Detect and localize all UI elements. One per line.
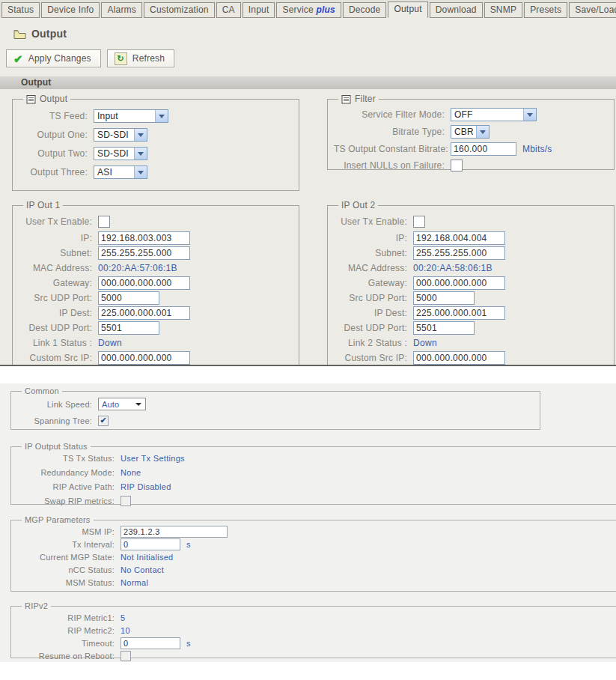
msm-ip-input[interactable]: [121, 526, 228, 538]
toolbar: ✔ Apply Changes ↻ Refresh: [6, 49, 616, 67]
timeout-input[interactable]: [121, 637, 180, 649]
tab-input[interactable]: Input: [243, 2, 275, 18]
tab-bar: Status Device Info Alarms Customization …: [0, 0, 616, 18]
ip2-user-tx-enable-label: User Tx Enable:: [334, 216, 413, 227]
rip-active-path-value: RIP Disabled: [121, 482, 171, 491]
current-mgp-state-value: Not Initialised: [121, 553, 174, 562]
tab-ca[interactable]: CA: [216, 2, 241, 18]
section-bar: Output: [0, 76, 616, 89]
msm-status-value: Normal: [121, 578, 148, 587]
ip2-gateway-input[interactable]: [413, 276, 505, 290]
ip1-ip-dest-label: IP Dest:: [19, 308, 98, 318]
swap-rip-metrics-checkbox[interactable]: [121, 496, 131, 506]
bitrate-unit-label: Mbits/s: [522, 144, 552, 154]
ip-out-1-fieldset: IP Out 1 User Tx Enable: IP: Subnet:: [12, 200, 299, 365]
tx-interval-input[interactable]: [121, 538, 180, 550]
ip1-src-udp-port-label: Src UDP Port:: [19, 293, 98, 303]
apply-changes-button[interactable]: ✔ Apply Changes: [6, 49, 101, 67]
ip2-dest-udp-port-input[interactable]: [413, 321, 475, 335]
rip-metric2-value: 10: [121, 626, 130, 635]
output-fieldset-legend: Output: [40, 94, 67, 104]
ip2-subnet-label: Subnet:: [334, 248, 413, 258]
ripv2-legend: RIPv2: [25, 601, 48, 610]
swap-rip-metrics-label: Swap RIP metrics:: [17, 497, 121, 506]
ip2-mac-address-label: MAC Address:: [334, 263, 413, 273]
current-mgp-state-label: Current MGP State:: [17, 553, 121, 562]
ip2-src-udp-port-label: Src UDP Port:: [334, 293, 413, 303]
ts-feed-select[interactable]: Input: [94, 109, 168, 123]
tab-decode[interactable]: Decode: [343, 2, 387, 18]
ip2-link-status-label: Link 2 Status :: [334, 338, 413, 348]
tab-status[interactable]: Status: [1, 2, 40, 18]
ip2-dest-udp-port-label: Dest UDP Port:: [334, 323, 413, 333]
ip1-src-udp-port-input[interactable]: [98, 291, 159, 305]
ip1-gateway-input[interactable]: [98, 276, 190, 290]
tab-service-plus[interactable]: Service plus: [276, 2, 341, 18]
ip1-ip-input[interactable]: [98, 231, 190, 245]
ip2-ip-input[interactable]: [413, 231, 505, 245]
page-title: Output: [31, 28, 67, 40]
spanning-tree-checkbox[interactable]: ✔: [98, 416, 109, 426]
redundancy-mode-value: None: [121, 468, 141, 477]
ts-feed-label: TS Feed:: [19, 111, 94, 121]
bitrate-type-label: Bitrate Type:: [334, 127, 451, 137]
output-fieldset: Output TS Feed: Input Output One: SD-SDI: [12, 94, 299, 191]
mgp-parameters-legend: MGP Parameters: [25, 515, 91, 524]
common-legend: Common: [25, 386, 59, 395]
ip1-subnet-input[interactable]: [98, 246, 190, 260]
ip2-user-tx-enable-checkbox[interactable]: [413, 216, 425, 228]
insert-nulls-label: Insert NULLs on Failure:: [334, 160, 451, 171]
chevron-down-icon: [134, 148, 147, 160]
tab-download[interactable]: Download: [430, 2, 483, 18]
ip1-custom-src-ip-input[interactable]: [98, 351, 190, 365]
msm-status-label: MSM Status:: [17, 578, 121, 587]
tab-alarms[interactable]: Alarms: [101, 2, 142, 18]
ip-out-2-legend: IP Out 2: [341, 200, 375, 210]
ip2-gateway-label: Gateway:: [334, 278, 413, 288]
output-three-label: Output Three:: [19, 167, 94, 177]
ip-out-2-fieldset: IP Out 2 User Tx Enable: IP: Subnet:: [327, 200, 615, 365]
tab-output[interactable]: Output: [388, 1, 427, 18]
rip-metric2-label: RIP Metric2:: [17, 626, 121, 635]
tab-presets[interactable]: Presets: [524, 2, 567, 18]
filter-fieldset-legend: Filter: [355, 94, 376, 104]
tab-save-load[interactable]: Save/Load: [569, 2, 616, 18]
ip1-user-tx-enable-checkbox[interactable]: [98, 216, 110, 228]
ip-out-1-legend: IP Out 1: [26, 200, 60, 210]
tx-interval-label: Tx Interval:: [17, 540, 121, 549]
tx-interval-unit: s: [186, 540, 191, 549]
ip1-custom-src-ip-label: Custom Src IP:: [19, 353, 98, 363]
tab-device-info[interactable]: Device Info: [41, 2, 100, 18]
output-two-select[interactable]: SD-SDI: [94, 147, 147, 160]
mgp-parameters-fieldset: MGP Parameters MSM IP: Tx Interval: s Cu…: [10, 515, 616, 592]
output-panel: Output TS Feed: Input Output One: SD-SDI: [0, 89, 616, 365]
ts-output-constant-bitrate-input[interactable]: [451, 142, 516, 156]
ip2-subnet-input[interactable]: [413, 246, 505, 260]
apply-changes-label: Apply Changes: [28, 53, 91, 64]
ip1-ip-dest-input[interactable]: [98, 306, 190, 320]
insert-nulls-checkbox[interactable]: [451, 160, 463, 171]
refresh-label: Refresh: [132, 53, 165, 64]
link-speed-select[interactable]: Auto: [98, 398, 146, 410]
output-one-select[interactable]: SD-SDI: [94, 128, 147, 142]
ip2-custom-src-ip-input[interactable]: [413, 351, 505, 365]
ts-feed-value: Input: [94, 111, 155, 121]
note-icon: [26, 94, 36, 104]
ip1-mac-address-label: MAC Address:: [19, 263, 98, 273]
tab-customization[interactable]: Customization: [144, 2, 215, 18]
bitrate-type-select[interactable]: CBR: [451, 125, 490, 139]
resume-on-reboot-checkbox[interactable]: [121, 651, 131, 661]
output-three-select[interactable]: ASI: [94, 166, 147, 179]
ip1-subnet-label: Subnet:: [19, 248, 98, 258]
ip1-mac-address-value: 00:20:AA:57:06:1B: [98, 263, 177, 273]
ip-output-status-legend: IP Output Status: [25, 442, 88, 451]
ip1-dest-udp-port-input[interactable]: [98, 321, 159, 335]
refresh-icon: ↻: [115, 52, 127, 65]
ip2-ip-dest-input[interactable]: [413, 306, 505, 320]
service-filter-mode-select[interactable]: OFF: [451, 108, 537, 121]
refresh-button[interactable]: ↻ Refresh: [107, 49, 174, 67]
folder-icon: [13, 29, 26, 39]
top-section: Status Device Info Alarms Customization …: [0, 0, 616, 366]
ip2-src-udp-port-input[interactable]: [413, 291, 475, 305]
tab-snmp[interactable]: SNMP: [484, 2, 522, 18]
